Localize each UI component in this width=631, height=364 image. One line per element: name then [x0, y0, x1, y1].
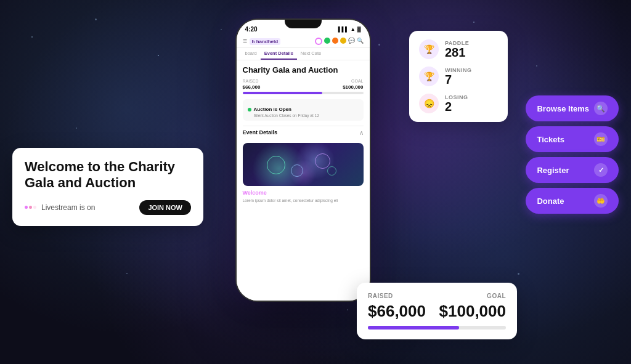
- stats-card: 🏆 PADDLE 281 🏆 WINNING 7 😞 LOSING 2: [409, 31, 508, 122]
- fundraise-goal-value: $100,000: [439, 302, 506, 321]
- phone-goal-label: GOAL: [351, 79, 363, 83]
- phone-welcome-label: Welcome: [243, 190, 364, 196]
- tickets-icon: 🎫: [594, 132, 608, 146]
- tickets-label: Tickets: [537, 135, 564, 144]
- register-icon: ✓: [594, 163, 608, 177]
- tickets-button[interactable]: Tickets 🎫: [526, 126, 619, 152]
- search-phone-icon[interactable]: 🔍: [357, 38, 364, 45]
- paddle-icon: 🏆: [419, 39, 439, 59]
- losing-icon: 😞: [419, 94, 439, 113]
- fundraise-goal-label: GOAL: [487, 293, 506, 299]
- ld1: [25, 206, 28, 209]
- phone-goal-amount: $100,000: [343, 84, 363, 90]
- action-buttons: Browse Items 🔍 Tickets 🎫 Register ✓ Dona…: [526, 95, 619, 214]
- livestream-icon: [25, 206, 36, 209]
- stat-paddle-info: PADDLE 281: [445, 40, 469, 59]
- fundraise-progress-fill: [368, 326, 459, 330]
- phone-screen: 4:20 ▌▌▌ ▲ ▓ ☰ h handheld 💬 🔍: [237, 20, 370, 301]
- livestream-bar: Livestream is on JOIN NOW: [25, 200, 191, 215]
- welcome-card: Welcome to the Charity Gala and Auction …: [12, 148, 203, 226]
- nav-yellow-dot: [340, 38, 346, 44]
- stat-losing-row: 😞 LOSING 2: [419, 94, 498, 113]
- ld2: [29, 206, 32, 209]
- fundraise-labels: RAISED GOAL: [368, 293, 506, 299]
- status-dot: [248, 108, 251, 111]
- fundraise-progress-bg: [368, 326, 506, 330]
- tab-dashboard[interactable]: board: [242, 48, 261, 60]
- join-now-button[interactable]: JOIN NOW: [139, 200, 191, 215]
- phone-raised-amount: $66,000: [243, 84, 261, 90]
- bubble-2: [291, 164, 303, 177]
- phone-event-title: Charity Gala and Auction: [243, 65, 364, 75]
- battery-icon: ▓: [357, 26, 361, 32]
- browse-items-icon: 🔍: [594, 102, 608, 115]
- signal-icon: ▌▌▌: [338, 26, 349, 32]
- wifi-icon: ▲: [351, 26, 356, 32]
- phone-nav: ☰ h handheld 💬 🔍: [237, 35, 370, 48]
- phone-raised-label: RAISED: [243, 79, 259, 83]
- event-image-overlay: [243, 143, 364, 186]
- menu-icon[interactable]: ☰: [243, 39, 247, 44]
- livestream-text: Livestream is on: [41, 203, 95, 212]
- auction-status: Auction is Open Silent Auction Closes on…: [243, 99, 364, 121]
- bubble-3: [315, 153, 330, 169]
- paddle-value: 281: [445, 46, 469, 59]
- winning-icon: 🏆: [419, 67, 439, 86]
- livestream-dots: [25, 206, 36, 209]
- browse-items-button[interactable]: Browse Items 🔍: [526, 95, 619, 121]
- phone: 4:20 ▌▌▌ ▲ ▓ ☰ h handheld 💬 🔍: [235, 18, 371, 302]
- auction-status-sub: Silent Auction Closes on Friday at 12: [254, 113, 319, 118]
- event-details-header[interactable]: Event Details ∧: [243, 126, 364, 139]
- welcome-card-title: Welcome to the Charity Gala and Auction: [25, 159, 191, 192]
- chat-icon[interactable]: 💬: [348, 38, 355, 45]
- phone-progress-bg: [243, 92, 364, 94]
- auction-status-text: Auction is Open: [254, 107, 291, 112]
- stat-winning-row: 🏆 WINNING 7: [419, 67, 498, 86]
- phone-progress-fill: [243, 92, 322, 94]
- fundraise-card: RAISED GOAL $66,000 $100,000: [357, 283, 517, 339]
- nav-orange-dot: [332, 38, 338, 44]
- donate-label: Donate: [537, 196, 564, 206]
- ld3: [33, 206, 36, 209]
- phone-notch: [285, 20, 322, 28]
- app-brand: h handheld: [250, 38, 281, 45]
- tab-event-details[interactable]: Event Details: [261, 48, 297, 60]
- register-label: Register: [537, 166, 569, 175]
- chevron-up-icon: ∧: [359, 129, 364, 136]
- bubble-1: [267, 156, 285, 174]
- donate-icon: 🤲: [594, 194, 608, 208]
- fundraise-raised-label: RAISED: [368, 293, 393, 299]
- stat-winning-info: WINNING 7: [445, 67, 472, 86]
- event-details-label: Event Details: [243, 129, 278, 135]
- event-image: [243, 143, 364, 186]
- stat-losing-info: LOSING 2: [445, 94, 468, 113]
- status-icons: ▌▌▌ ▲ ▓: [338, 26, 361, 32]
- fundraise-nums: $66,000 $100,000: [368, 302, 506, 321]
- losing-value: 2: [445, 100, 468, 113]
- nav-green-dot: [324, 38, 330, 44]
- phone-content: Charity Gala and Auction RAISED GOAL $66…: [237, 60, 370, 301]
- browse-items-label: Browse Items: [537, 104, 589, 113]
- phone-container: 4:20 ▌▌▌ ▲ ▓ ☰ h handheld 💬 🔍: [235, 18, 371, 302]
- register-button[interactable]: Register ✓: [526, 157, 619, 183]
- phone-lorem: Lorem ipsum dolor sit amet, consectetur …: [243, 198, 364, 203]
- nav-icons-row: 💬 🔍: [315, 38, 364, 45]
- fundraise-raised-value: $66,000: [368, 302, 426, 321]
- winning-value: 7: [445, 73, 472, 86]
- phone-time: 4:20: [245, 26, 258, 33]
- tab-next-category[interactable]: Next Cate: [297, 48, 325, 60]
- nav-live-icon: [315, 38, 322, 45]
- donate-button[interactable]: Donate 🤲: [526, 188, 619, 214]
- stat-paddle-row: 🏆 PADDLE 281: [419, 39, 498, 59]
- phone-tabs: board Event Details Next Cate: [237, 48, 370, 60]
